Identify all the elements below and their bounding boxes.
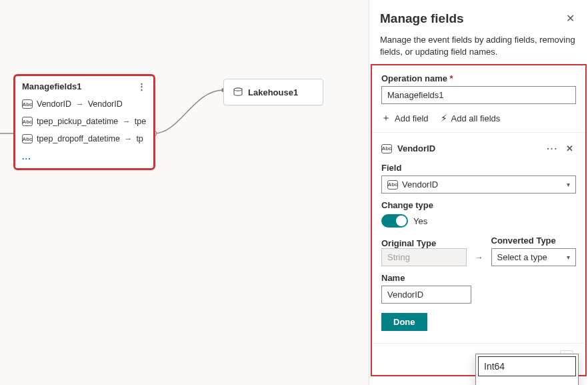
field-type-icon: Abc — [22, 134, 33, 143]
required-asterisk: * — [450, 73, 453, 83]
panel-description: Manage the event fields by adding fields… — [380, 34, 577, 57]
field-type-icon: Abc — [22, 117, 33, 126]
change-type-label: Change type — [381, 200, 576, 210]
original-type-label: Original Type — [381, 238, 467, 248]
svg-point-2 — [234, 88, 242, 91]
operation-name-label: Operation name — [381, 73, 447, 83]
panel-title: Manage fields — [380, 11, 464, 26]
converted-type-select[interactable]: Select a type ▾ — [491, 248, 577, 266]
node-more-icon[interactable]: ⋮ — [136, 81, 147, 91]
lakehouse-icon — [232, 86, 244, 98]
original-type-value: String — [381, 248, 467, 266]
node-lakehouse[interactable]: Lakehouse1 — [223, 79, 323, 105]
node-title: Lakehouse1 — [248, 87, 298, 97]
converted-type-label: Converted Type — [491, 236, 577, 246]
chevron-down-icon: ▾ — [567, 181, 570, 188]
field-type-icon: Abc — [22, 99, 33, 109]
close-icon[interactable]: ✕ — [563, 9, 577, 27]
converted-type-placeholder: Select a type — [497, 252, 547, 262]
lightning-icon: ⚡︎ — [441, 113, 447, 123]
mapping-to: tpe — [135, 117, 146, 126]
mapping-to: VendorID — [88, 99, 123, 109]
node-more-rows[interactable]: ... — [15, 147, 153, 168]
node-managefields[interactable]: Managefields1 ⋮ Abc VendorID → VendorID … — [15, 75, 154, 169]
add-all-fields-label: Add all fields — [451, 113, 501, 123]
chevron-down-icon: ▾ — [567, 254, 570, 261]
mapping-from: tpep_dropoff_datetime — [37, 134, 120, 143]
field-type-icon: Abc — [387, 180, 398, 189]
operation-name-input[interactable] — [381, 86, 576, 104]
change-type-toggle[interactable] — [381, 214, 408, 228]
node-row: Abc tpep_pickup_datetime → tpe — [15, 113, 153, 130]
add-field-button[interactable]: ＋ Add field — [381, 112, 429, 124]
mapping-from: VendorID — [37, 99, 71, 109]
mapping-from: tpep_pickup_datetime — [37, 117, 118, 126]
converted-type-dropdown[interactable]: Int64 Double String DateTime — [475, 354, 579, 385]
add-all-fields-button[interactable]: ⚡︎ Add all fields — [441, 112, 501, 124]
name-input[interactable] — [381, 286, 471, 304]
type-option[interactable]: Int64 — [476, 354, 578, 378]
node-row: Abc tpep_dropoff_datetime → tp — [15, 130, 153, 147]
field-label: Field — [381, 163, 576, 173]
arrow-icon: → — [124, 134, 133, 143]
field-remove-icon[interactable]: ✕ — [563, 141, 576, 156]
node-title: Managefields1 — [22, 81, 82, 91]
mapping-to: tp — [136, 134, 143, 143]
pipeline-canvas[interactable]: Managefields1 ⋮ Abc VendorID → VendorID … — [0, 0, 369, 385]
add-field-label: Add field — [395, 113, 429, 123]
field-block-name: VendorID — [397, 143, 435, 153]
type-option[interactable]: Double — [476, 378, 578, 385]
done-button[interactable]: Done — [381, 313, 427, 331]
field-select[interactable]: Abc VendorID ▾ — [381, 175, 576, 194]
field-type-icon: Abc — [381, 144, 392, 153]
field-select-value: VendorID — [402, 179, 438, 189]
field-more-icon[interactable]: ··· — [547, 143, 558, 153]
arrow-icon: → — [122, 117, 131, 126]
change-type-on-label: Yes — [413, 216, 427, 226]
arrow-icon: → — [475, 252, 483, 266]
manage-fields-panel: Manage fields ✕ Manage the event fields … — [369, 0, 588, 385]
arrow-icon: → — [75, 99, 84, 109]
plus-icon: ＋ — [381, 112, 391, 124]
node-row: Abc VendorID → VendorID — [15, 95, 153, 113]
name-label: Name — [381, 273, 576, 283]
